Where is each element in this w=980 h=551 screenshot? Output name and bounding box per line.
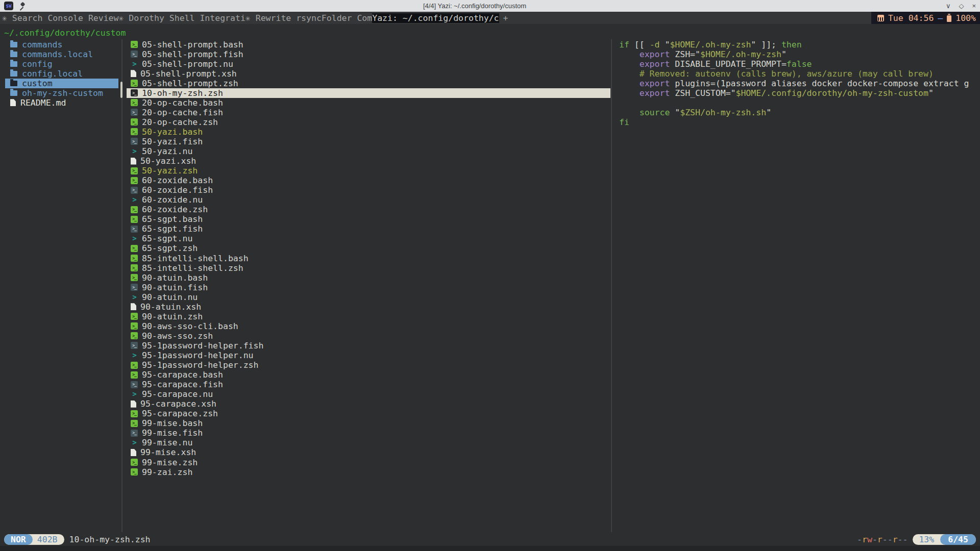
bash-file-icon: >_	[131, 216, 138, 223]
file-row[interactable]: >_20-op-cache.bash	[127, 98, 610, 108]
file-name: 60-zoxide.bash	[142, 176, 213, 185]
file-row[interactable]: >_99-mise.bash	[127, 418, 610, 428]
file-row[interactable]: >_60-zoxide.bash	[127, 176, 610, 185]
tab[interactable]: ✳ Search Console Review	[2, 13, 118, 23]
file-row[interactable]: >_90-atuin.fish	[127, 283, 610, 292]
sidebar-item-commands[interactable]: commands	[5, 40, 118, 49]
file-name: 90-atuin.bash	[142, 273, 208, 283]
parent-directory-pane: commandscommands.localconfigconfig.local…	[0, 40, 121, 108]
file-row[interactable]: >_99-zai.zsh	[127, 467, 610, 477]
file-row[interactable]: >65-sgpt.nu	[127, 234, 610, 243]
window-titlebar: $W [4/4] Yazi: ~/.config/dorothy/custom …	[0, 0, 980, 12]
file-row[interactable]: >90-atuin.nu	[127, 292, 610, 302]
file-row[interactable]: >_85-intelli-shell.bash	[127, 254, 610, 263]
file-row[interactable]: 50-yazi.xsh	[127, 156, 610, 166]
file-row[interactable]: >_65-sgpt.bash	[127, 214, 610, 224]
battery-icon	[947, 15, 951, 22]
file-row[interactable]: >95-1password-helper.nu	[127, 350, 610, 360]
file-name: 99-mise.xsh	[140, 447, 196, 457]
file-row[interactable]: >_99-mise.zsh	[127, 458, 610, 467]
file-row[interactable]: >_05-shell-prompt.zsh	[127, 79, 610, 88]
file-row[interactable]: >_05-shell-prompt.bash	[127, 40, 610, 49]
file-name: 65-sgpt.nu	[142, 234, 192, 243]
file-name: 99-mise.fish	[142, 428, 203, 438]
file-size: 402B	[33, 535, 64, 544]
sidebar-item-custom[interactable]: custom	[5, 79, 118, 88]
file-row[interactable]: >60-zoxide.nu	[127, 195, 610, 205]
file-row[interactable]: >_10-oh-my-zsh.zsh	[127, 88, 610, 98]
file-row[interactable]: 95-carapace.xsh	[127, 399, 610, 409]
new-tab-button[interactable]: +	[499, 13, 512, 23]
file-row[interactable]: >_50-yazi.fish	[127, 137, 610, 146]
file-row[interactable]: >_20-op-cache.zsh	[127, 117, 610, 127]
file-row[interactable]: >_95-1password-helper.zsh	[127, 360, 610, 370]
code-line: export ZSH="$HOME/.oh-my-zsh"	[619, 49, 976, 59]
file-row[interactable]: >_90-atuin.zsh	[127, 312, 610, 321]
zsh-file-icon: >_	[131, 245, 138, 252]
file-row[interactable]: >_90-aws-sso-cli.bash	[127, 321, 610, 331]
file-row[interactable]: 99-mise.xsh	[127, 447, 610, 457]
file-row[interactable]: >95-carapace.nu	[127, 389, 610, 399]
sidebar-item-oh-my-zsh-custom[interactable]: oh-my-zsh-custom	[5, 88, 118, 98]
file-row[interactable]: >_50-yazi.zsh	[127, 166, 610, 176]
file-row[interactable]: >_60-zoxide.fish	[127, 185, 610, 195]
file-row[interactable]: >_85-intelli-shell.zsh	[127, 263, 610, 273]
maximize-button[interactable]: ◇	[959, 2, 964, 10]
nu-file-icon: >	[131, 196, 138, 204]
tab-active[interactable]: Yazi: ~/.config/dorothy/c	[372, 13, 499, 23]
file-name: 95-1password-helper.fish	[142, 341, 263, 350]
terminal-window: $W [4/4] Yazi: ~/.config/dorothy/custom …	[0, 0, 980, 551]
zsh-file-icon: >_	[131, 264, 138, 271]
file-row[interactable]: >_60-zoxide.zsh	[127, 205, 610, 214]
file-row[interactable]: >_65-sgpt.fish	[127, 224, 610, 234]
fish-file-icon: >_	[131, 138, 138, 145]
code-line: fi	[619, 117, 976, 127]
file-row[interactable]: >99-mise.nu	[127, 438, 610, 447]
file-name: 05-shell-prompt.xsh	[140, 69, 237, 79]
sidebar-item-commands.local[interactable]: commands.local	[5, 49, 118, 59]
file-name: 50-yazi.xsh	[140, 156, 196, 166]
minimize-button[interactable]: ∨	[946, 2, 951, 10]
close-button[interactable]: ×	[972, 2, 976, 10]
sidebar-item-config.local[interactable]: config.local	[5, 69, 118, 79]
file-row[interactable]: >_95-carapace.bash	[127, 370, 610, 380]
file-preview-pane: if [[ -d "$HOME/.oh-my-zsh" ]]; then exp…	[619, 40, 976, 127]
file-row[interactable]: >_95-1password-helper.fish	[127, 341, 610, 350]
file-name: 85-intelli-shell.zsh	[142, 263, 243, 273]
calendar-icon	[877, 15, 884, 21]
file-row[interactable]: 90-atuin.xsh	[127, 302, 610, 312]
file-row[interactable]: >_99-mise.fish	[127, 428, 610, 438]
xsh-file-icon	[131, 70, 136, 77]
sidebar-item-config[interactable]: config	[5, 59, 118, 69]
file-row[interactable]: >_90-atuin.bash	[127, 273, 610, 283]
file-name: 60-zoxide.fish	[142, 185, 213, 195]
file-row[interactable]: >_90-aws-sso.zsh	[127, 331, 610, 341]
file-row[interactable]: >_65-sgpt.zsh	[127, 243, 610, 253]
file-name: 20-op-cache.bash	[142, 98, 223, 108]
file-row[interactable]: 05-shell-prompt.xsh	[127, 69, 610, 79]
file-name: 20-op-cache.zsh	[142, 117, 218, 127]
nu-file-icon: >	[131, 439, 138, 446]
file-row[interactable]: >_50-yazi.bash	[127, 127, 610, 137]
sidebar-item-label: custom	[22, 79, 53, 88]
file-row[interactable]: >05-shell-prompt.nu	[127, 59, 610, 69]
bash-file-icon: >_	[131, 99, 138, 106]
tab[interactable]: ✳ Rewrite rsyncFolder Com	[246, 13, 372, 23]
scrollbar-thumb[interactable]	[120, 82, 122, 98]
percent-position-pill: 13% 6/45	[913, 534, 976, 545]
code-line: export DISABLE_UPDATE_PROMPT=false	[619, 59, 976, 69]
code-line: if [[ -d "$HOME/.oh-my-zsh" ]]; then	[619, 40, 976, 49]
file-name: 95-carapace.nu	[142, 389, 213, 399]
bash-file-icon: >_	[131, 41, 138, 48]
file-row[interactable]: >_95-carapace.zsh	[127, 409, 610, 418]
file-name: 95-carapace.bash	[142, 370, 223, 380]
sidebar-item-README.md[interactable]: README.md	[5, 98, 118, 108]
file-name: 05-shell-prompt.bash	[142, 40, 243, 49]
file-row[interactable]: >_05-shell-prompt.fish	[127, 49, 610, 59]
file-row[interactable]: >50-yazi.nu	[127, 146, 610, 156]
cursor-position-badge: 6/45	[940, 534, 976, 545]
file-row[interactable]: >_20-op-cache.fish	[127, 108, 610, 117]
bash-file-icon: >_	[131, 177, 138, 184]
file-row[interactable]: >_95-carapace.fish	[127, 380, 610, 389]
tab[interactable]: ✳ Dorothy Shell Integrati	[118, 13, 245, 23]
